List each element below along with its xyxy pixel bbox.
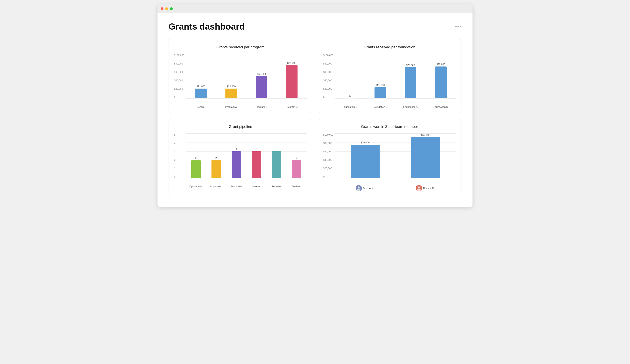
bar-received: 3 — [272, 148, 281, 178]
x-labels-foundation: Foundation B Foundation C Foundation A F… — [335, 106, 456, 108]
chart-title-member: Grants won in $ per team member — [323, 125, 456, 129]
bar-general: $22,000 — [195, 85, 206, 98]
bar-program-c: $75,000 — [286, 62, 298, 98]
bar-foundation-a: $70,000 — [405, 64, 416, 98]
y-axis-member: 0 $20,000 $40,000 $60,000 $80,000 $100,0… — [323, 133, 333, 178]
x-labels-pipeline: Opportunity In process Submitted Awarded… — [186, 185, 307, 188]
bars-program: $22,000 $22,000 $50,000 — [186, 54, 307, 99]
y-axis-pipeline: 0 1 2 3 4 5 — [174, 133, 176, 178]
svg-point-4 — [418, 186, 420, 189]
avatar-ruchita-img — [416, 185, 422, 191]
chart-grant-pipeline: Grant pipeline 0 1 2 3 4 5 — [168, 118, 312, 196]
avatar-ruchita — [416, 185, 422, 191]
bar-chart-pipeline: 0 1 2 3 4 5 — [174, 133, 307, 188]
bar-declined: 2 — [292, 157, 301, 178]
bar-chart-program: 0 $20,000 $40,000 $60,000 $80,000 $100,0… — [174, 54, 307, 108]
svg-point-5 — [417, 189, 421, 191]
bar-awarded: 3 — [252, 148, 261, 178]
chart-title-program: Grants received per program — [174, 45, 307, 49]
chart-title-pipeline: Grant pipeline — [174, 125, 307, 129]
y-axis-program: 0 $20,000 $40,000 $60,000 $80,000 $100,0… — [174, 54, 184, 99]
chart-title-foundation: Grants received per foundation — [323, 45, 456, 49]
bar-in-process: 2 — [212, 157, 221, 178]
bar-chart-member: 0 $20,000 $40,000 $60,000 $80,000 $100,0… — [323, 133, 456, 191]
charts-grid: Grants received per program 0 $20,000 $4… — [168, 39, 462, 196]
x-labels-program: General Program A Program B Program C — [186, 106, 307, 108]
bar-foundation-d: $72,000 — [435, 63, 446, 98]
chart-grants-per-member: Grants won in $ per team member 0 $20,00… — [318, 118, 462, 196]
bars-foundation: $0 $25,000 $70,000 — [335, 54, 456, 99]
y-axis-foundation: 0 $20,000 $40,000 $60,000 $80,000 $100,0… — [323, 54, 333, 99]
bar-opportunity: 2 — [191, 157, 201, 178]
minimize-dot[interactable] — [165, 7, 168, 10]
titlebar — [158, 4, 472, 13]
page-title: Grants dashboard — [168, 22, 245, 32]
chart-grants-per-program: Grants received per program 0 $20,000 $4… — [168, 39, 312, 113]
bars-member: $75,000 $92,000 — [335, 133, 456, 178]
bar-program-b: $50,000 — [256, 73, 267, 98]
chart-grants-per-foundation: Grants received per foundation 0 $20,000… — [318, 39, 462, 113]
svg-point-2 — [357, 189, 360, 191]
avatar-boaz-img — [356, 185, 362, 191]
bar-submitted: 3 — [232, 148, 241, 178]
bar-boaz-arad: $75,000 — [351, 141, 380, 178]
maximize-dot[interactable] — [170, 7, 173, 10]
x-labels-member: Boaz Arad — [335, 185, 456, 191]
bar-program-a: $22,000 — [226, 85, 237, 98]
bar-ruchita-de: $92,000 — [411, 134, 440, 178]
bar-chart-foundation: 0 $20,000 $40,000 $60,000 $80,000 $100,0… — [323, 54, 456, 108]
avatar-boaz — [356, 185, 362, 191]
app-window: Grants dashboard Grants received per pro… — [158, 4, 472, 207]
bar-foundation-c: $25,000 — [374, 84, 386, 98]
bar-foundation-b: $0 — [344, 95, 356, 98]
svg-point-1 — [358, 186, 360, 189]
page-header: Grants dashboard — [168, 22, 462, 32]
close-dot[interactable] — [160, 7, 164, 10]
more-button[interactable] — [455, 26, 462, 27]
bars-pipeline: 2 2 3 3 — [186, 133, 307, 178]
